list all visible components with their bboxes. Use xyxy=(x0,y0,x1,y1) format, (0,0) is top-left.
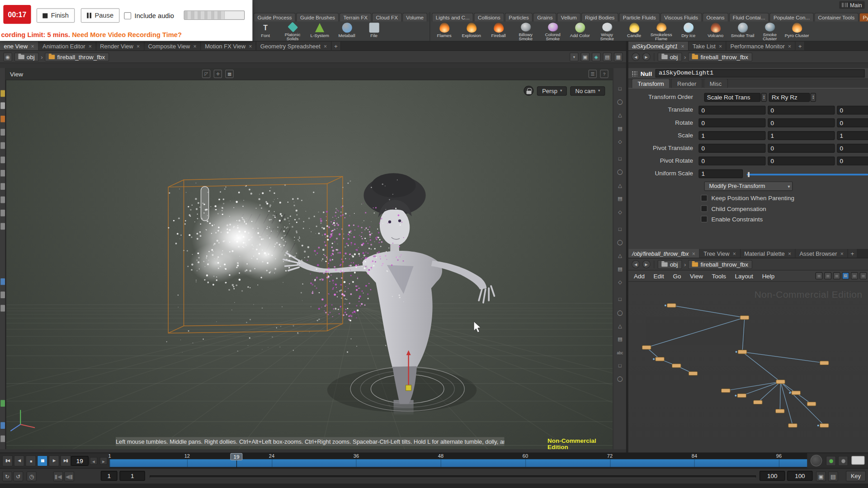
shelf-tab-particles[interactable]: Particles xyxy=(505,13,533,22)
left-tool-icon[interactable] xyxy=(0,422,5,429)
network-editor[interactable]: Non-Commercial Edition xyxy=(628,282,868,452)
param-tab-transform[interactable]: Transform xyxy=(632,79,670,88)
normals-icon[interactable]: ▤ xyxy=(616,264,625,273)
auto-key-icon[interactable]: ▣ xyxy=(816,471,826,481)
close-tab-icon[interactable]: × xyxy=(249,43,252,49)
realtime-toggle[interactable] xyxy=(826,456,836,466)
light-icon[interactable]: △ xyxy=(616,181,625,190)
shelf-tool-file[interactable]: File xyxy=(360,22,387,42)
rotate-order-field[interactable]: Rx Ry Rz xyxy=(769,93,810,102)
back-button[interactable]: ◀ xyxy=(632,52,640,61)
help-icon[interactable]: ? xyxy=(600,70,608,78)
pin-icon[interactable]: △ xyxy=(616,111,625,120)
range-end-jump-icon[interactable]: ◀▮ xyxy=(64,471,74,481)
node-name-field[interactable]: aiSkyDomeLight1 xyxy=(656,69,865,77)
transform-order-field[interactable]: Scale Rot Trans xyxy=(704,93,761,102)
scale-x-field[interactable]: 1 xyxy=(698,131,765,140)
tab-render-view[interactable]: Render View× xyxy=(96,42,144,51)
shelf-tab-cloud-fx[interactable]: Cloud FX xyxy=(372,13,402,22)
shelf-tool-smoke-trail[interactable]: Smoke Trail xyxy=(729,22,756,42)
group-icon[interactable]: □ xyxy=(616,295,625,304)
camera-icon[interactable]: □ xyxy=(616,155,625,164)
shelf-tool-smoke-cluster[interactable]: Smoke Cluster xyxy=(756,22,783,42)
list-view-icon[interactable] xyxy=(851,272,858,279)
audio-toggle[interactable] xyxy=(838,456,848,466)
tab-tree-view[interactable]: Tree View× xyxy=(700,249,741,258)
close-tab-icon[interactable]: × xyxy=(31,43,34,49)
spinner-icon[interactable]: ▴▾ xyxy=(761,93,767,102)
new-tab-button[interactable]: + xyxy=(331,42,341,51)
gallery-icon[interactable]: ▦ xyxy=(614,52,623,61)
pause-recording-button[interactable]: Pause xyxy=(81,8,120,23)
shelf-tab-fluid-contai[interactable]: Fluid Contai... xyxy=(729,13,769,22)
range-end-field[interactable]: 100 xyxy=(760,471,785,481)
projection-dropdown[interactable]: Persp▾ xyxy=(537,86,567,95)
shelf-tab-vellum[interactable]: Vellum xyxy=(557,13,580,22)
pivot-rotate-z-field[interactable]: 0 xyxy=(837,157,868,166)
range-start-field[interactable]: 1 xyxy=(119,471,145,481)
menu-tools[interactable]: Tools xyxy=(708,272,731,281)
recording-limit-warning[interactable]: cording Limit: 5 mins. Need More Video R… xyxy=(1,31,182,39)
left-tool-icon[interactable] xyxy=(0,223,5,230)
checkbox-enable-constraints[interactable] xyxy=(701,216,708,223)
step-back-button[interactable]: ◀ xyxy=(90,457,97,465)
left-tool-icon[interactable] xyxy=(0,170,5,177)
back-button[interactable]: ◀ xyxy=(632,260,640,268)
timeline-range-bar[interactable] xyxy=(109,459,807,467)
checkbox-child-compensation[interactable] xyxy=(701,205,708,212)
shelf-tool-candle[interactable]: Candle xyxy=(621,22,648,42)
timeline-track[interactable]: 1122436486072849619 xyxy=(109,453,807,469)
menu-view[interactable]: View xyxy=(685,272,708,281)
camera-dropdown[interactable]: No cam▾ xyxy=(571,86,605,95)
shelf-tool-metaball[interactable]: Metaball xyxy=(333,22,360,42)
rotate-x-field[interactable]: 0 xyxy=(698,118,765,127)
close-tab-icon[interactable]: × xyxy=(681,43,684,49)
left-tool-icon[interactable] xyxy=(0,197,5,203)
tab-take-list[interactable]: Take List× xyxy=(689,42,726,51)
left-tool-icon[interactable] xyxy=(0,103,5,109)
snap-grid-icon[interactable]: ▦ xyxy=(226,70,234,78)
display-options-icon[interactable]: ☰ xyxy=(589,70,597,78)
shelf-tab-grains[interactable]: Grains xyxy=(533,13,557,22)
stop-button[interactable]: ■ xyxy=(25,455,36,466)
left-tool-icon[interactable] xyxy=(0,142,5,149)
go-end-button[interactable]: ▶▮ xyxy=(60,455,71,466)
mask-icon[interactable]: ◯ xyxy=(616,375,625,384)
ruler-icon[interactable]: ▤ xyxy=(616,124,625,133)
translate-y-field[interactable]: 0 xyxy=(768,106,835,115)
pause-button[interactable]: ▮▮ xyxy=(37,455,47,466)
new-tab-button[interactable]: + xyxy=(796,42,805,51)
menu-add[interactable]: Add xyxy=(629,272,649,281)
close-tab-icon[interactable]: × xyxy=(788,250,791,256)
grid-view-icon[interactable] xyxy=(842,272,849,279)
forward-button[interactable]: ▶ xyxy=(642,52,650,61)
shelf-tool-font[interactable]: TFont xyxy=(252,22,279,42)
shelf-add-tab-button[interactable]: + xyxy=(428,13,429,22)
handles-icon[interactable]: ✛ xyxy=(214,70,222,78)
global-end-field[interactable]: 100 xyxy=(787,471,812,481)
include-audio-checkbox[interactable] xyxy=(124,12,131,19)
main-menu-chip[interactable]: Main xyxy=(840,1,865,9)
close-tab-icon[interactable]: × xyxy=(89,43,92,49)
thumb-view-icon[interactable] xyxy=(860,272,867,279)
modify-pre-transform-button[interactable]: Modify Pre-Transform▾ xyxy=(704,182,793,191)
loop-mode-icon[interactable]: ↻ xyxy=(2,471,12,481)
rotate-y-field[interactable]: 0 xyxy=(768,118,835,127)
close-tab-icon[interactable]: × xyxy=(692,250,695,256)
shelf-tab-container-tools[interactable]: Container Tools xyxy=(814,13,859,22)
image-plane-icon[interactable]: □ xyxy=(616,361,625,371)
param-tab-render[interactable]: Render xyxy=(671,79,703,88)
lock-camera-icon[interactable] xyxy=(524,86,534,96)
tab-aiskydomelight1[interactable]: aiSkyDomeLight1× xyxy=(628,42,689,51)
shelf-tab-collisions[interactable]: Collisions xyxy=(474,13,504,22)
current-frame-marker[interactable]: 19 xyxy=(230,453,242,460)
shelf-tab-oceans[interactable]: Oceans xyxy=(703,13,728,22)
current-frame-field[interactable]: 19 xyxy=(71,456,89,466)
range-start-jump-icon[interactable]: ▮◀ xyxy=(53,471,63,481)
pivot-translate-y-field[interactable]: 0 xyxy=(768,144,835,153)
grid-icon[interactable]: ◇ xyxy=(616,278,625,287)
magnet-icon[interactable]: ◇ xyxy=(616,137,625,146)
shelf-tab-guide-process[interactable]: Guide Process xyxy=(254,13,296,22)
tab-geometry-spreadsheet[interactable]: Geometry Spreadsheet× xyxy=(256,42,331,51)
shelf-tool-dry-ice[interactable]: Dry Ice xyxy=(675,22,702,42)
